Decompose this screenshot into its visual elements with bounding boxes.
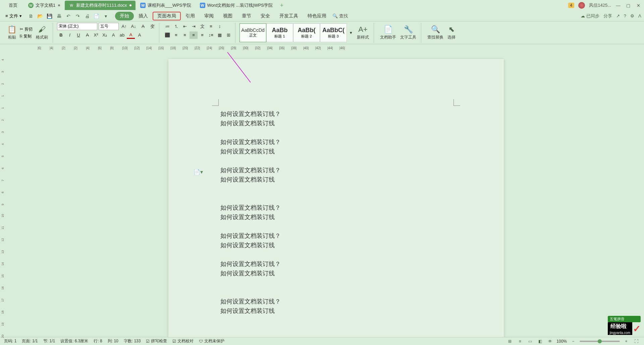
tab-chapter[interactable]: 章节	[237, 12, 256, 20]
cut-button[interactable]: ✂ 剪切	[18, 26, 34, 32]
status-spell[interactable]: ☑ 拼写检查	[146, 338, 167, 344]
print-preview-icon[interactable]: 🖨	[84, 12, 91, 20]
bullets-icon[interactable]: ≔	[163, 23, 171, 30]
search-box[interactable]: 🔍 查找	[332, 13, 348, 19]
line-spacing-icon[interactable]: ↕≡	[207, 31, 215, 39]
new-style-button[interactable]: A+新样式	[355, 24, 371, 41]
status-protect[interactable]: 🛡 文档未保护	[199, 338, 224, 344]
tab-security[interactable]: 安全	[256, 12, 275, 20]
export-icon[interactable]: ↗	[616, 13, 620, 18]
bold-icon[interactable]: B	[57, 31, 65, 39]
undo-icon[interactable]: ↶	[65, 12, 72, 20]
numbering-icon[interactable]: ⒈	[172, 23, 180, 30]
tab-doc4[interactable]: W Word文档如何 ...装订线|WPS学院	[196, 1, 277, 10]
collapse-icon[interactable]: ᐱ	[638, 13, 641, 18]
settings-icon[interactable]: ⚙	[630, 13, 634, 18]
share-button[interactable]: 分享	[603, 13, 612, 19]
distribute-icon[interactable]: ≡	[198, 31, 206, 39]
tab-doc2[interactable]: W 新建文档保存时1111.docx	[65, 1, 136, 10]
zoom-value[interactable]: 100%	[556, 339, 567, 344]
shrink-font-icon[interactable]: A↓	[129, 23, 138, 30]
print-icon[interactable]: 🖶	[55, 12, 63, 20]
view-mode2-icon[interactable]: ≡	[516, 338, 524, 345]
align-justify-icon[interactable]: ≡	[190, 31, 198, 39]
italic-icon[interactable]: I	[66, 31, 74, 39]
status-chars[interactable]: 字数: 133	[124, 338, 141, 344]
text-dir-icon[interactable]: 文	[198, 23, 206, 30]
more-qat-icon[interactable]: ▾	[102, 12, 110, 20]
tab-references[interactable]: 引用	[181, 12, 200, 20]
tab-doc3[interactable]: W 课程列表___WPS学院	[136, 1, 195, 10]
outdent-icon[interactable]: ⇤	[181, 23, 189, 30]
style-heading2[interactable]: AaBb(标题 2	[293, 23, 320, 42]
status-col[interactable]: 列: 10	[108, 338, 118, 344]
phonetic-icon[interactable]: 变	[148, 23, 156, 30]
fullscreen-icon[interactable]: ⛶	[633, 338, 640, 345]
sort-icon[interactable]: ↕	[216, 23, 224, 30]
align-dist-icon[interactable]: ≡	[207, 23, 215, 30]
text-tools-button[interactable]: 🔧文字工具	[398, 24, 418, 41]
style-heading3[interactable]: AaBbC(标题 3	[320, 23, 347, 42]
sub-icon[interactable]: X₂	[101, 31, 109, 39]
user-name[interactable]: 风信1425...	[589, 2, 611, 8]
tab-page-layout[interactable]: 页面布局	[153, 12, 181, 20]
minimize-icon[interactable]: —	[615, 2, 621, 8]
shading-icon[interactable]: A	[136, 31, 144, 39]
strike-icon[interactable]: A̶	[83, 31, 91, 39]
clear-format-icon[interactable]: A̶	[139, 23, 147, 30]
zoom-in-icon[interactable]: +	[623, 338, 630, 345]
indent-icon[interactable]: ⇥	[190, 23, 198, 30]
styles-more-icon[interactable]: ▾	[347, 29, 355, 37]
view-mode3-icon[interactable]: ▭	[526, 338, 534, 345]
tab-start[interactable]: 开始	[115, 12, 134, 20]
tab-devtools[interactable]: 开发工具	[275, 12, 303, 20]
vertical-ruler[interactable]: 4321123456789101112131415161718192021222…	[0, 52, 11, 337]
style-normal[interactable]: AaBbCcDd正文	[239, 23, 266, 42]
status-pages[interactable]: 页面: 1/1	[22, 338, 38, 344]
find-replace-button[interactable]: 🔍查找替换	[425, 24, 445, 41]
highlight-icon[interactable]: ab	[118, 31, 126, 39]
maximize-icon[interactable]: ▢	[625, 2, 631, 8]
style-heading1[interactable]: AaBb标题 1	[266, 23, 293, 42]
print2-icon[interactable]: 📄	[93, 12, 100, 20]
text-effect-icon[interactable]: A	[109, 31, 117, 39]
tab-doc1[interactable]: W 文字文稿1	[24, 1, 64, 10]
view-mode4-icon[interactable]: ◧	[536, 338, 544, 345]
help-icon[interactable]: ?	[624, 13, 626, 18]
zoom-thumb[interactable]	[598, 339, 602, 343]
close-icon[interactable]: ✕	[635, 2, 641, 8]
tab-home[interactable]: 首页	[3, 1, 23, 10]
borders-icon[interactable]: ⊞	[224, 31, 232, 39]
shading2-icon[interactable]: ▦	[216, 31, 224, 39]
view-mode5-icon[interactable]: 👁	[546, 338, 554, 345]
super-icon[interactable]: X²	[92, 31, 100, 39]
document-content[interactable]: 如何设置文档装订线？如何设置文档装订线 如何设置文档装订线？如何设置文档装订线 …	[220, 109, 281, 316]
redo-icon[interactable]: ↷	[74, 12, 82, 20]
tab-review[interactable]: 审阅	[200, 12, 218, 20]
copy-button[interactable]: ⎘ 复制	[18, 33, 34, 40]
font-color-icon[interactable]: A	[127, 31, 135, 39]
status-row[interactable]: 行: 8	[94, 338, 102, 344]
horizontal-ruler[interactable]: |6||4||2||2||4||6||8||10||12||14||16||18…	[0, 44, 644, 52]
smart-tag-icon[interactable]: 📄▾	[194, 169, 203, 175]
grow-font-icon[interactable]: A↑	[120, 23, 128, 30]
align-center-icon[interactable]: ≡	[172, 31, 180, 39]
status-page[interactable]: 页码: 1	[4, 338, 16, 344]
notification-badge[interactable]: 4	[568, 3, 575, 8]
zoom-out-icon[interactable]: −	[570, 338, 577, 345]
align-right-icon[interactable]: ≡	[181, 31, 189, 39]
font-name-select[interactable]	[57, 23, 97, 30]
vertical-scrollbar[interactable]	[638, 52, 644, 337]
paste-button[interactable]: 📋粘贴	[5, 24, 18, 41]
status-setting[interactable]: 设置值: 6.3厘米	[60, 338, 88, 344]
user-avatar[interactable]	[578, 2, 585, 9]
align-left-icon[interactable]: ⬛	[163, 31, 171, 39]
font-size-select[interactable]	[99, 23, 119, 30]
file-menu[interactable]: ≡ 文件 ▾	[3, 13, 24, 19]
open-icon[interactable]: 📂	[37, 12, 44, 20]
document-viewport[interactable]: 📄▾ 如何设置文档装订线？如何设置文档装订线 如何设置文档装订线？如何设置文档装…	[11, 52, 638, 337]
view-mode1-icon[interactable]: ⊞	[506, 338, 514, 345]
tab-insert[interactable]: 插入	[134, 12, 153, 20]
underline-icon[interactable]: U	[74, 31, 83, 39]
zoom-slider[interactable]	[580, 341, 620, 342]
